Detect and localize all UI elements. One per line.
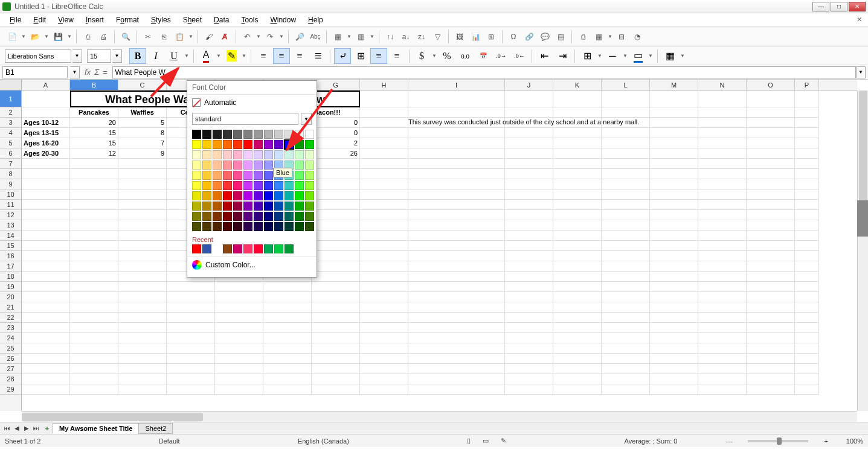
- cell-G11[interactable]: [312, 200, 360, 210]
- cell-A28[interactable]: [22, 374, 70, 384]
- cell-H13[interactable]: [360, 220, 408, 231]
- cell-F23[interactable]: [263, 323, 312, 333]
- status-calc[interactable]: Average: ; Sum: 0: [625, 437, 678, 445]
- cell-L14[interactable]: [602, 231, 650, 241]
- color-swatch[interactable]: [264, 181, 273, 190]
- color-swatch[interactable]: [243, 150, 252, 159]
- cell-M20[interactable]: [650, 292, 698, 302]
- cell-G19[interactable]: [312, 282, 360, 292]
- cell-P15[interactable]: [795, 241, 819, 251]
- cell-F25[interactable]: [263, 343, 312, 354]
- cell-H1[interactable]: [360, 91, 408, 107]
- color-swatch[interactable]: [202, 222, 211, 231]
- row-button[interactable]: ▦: [330, 30, 345, 44]
- row-header-28[interactable]: 28: [0, 374, 21, 384]
- cell-A29[interactable]: [22, 384, 70, 395]
- color-swatch[interactable]: [233, 150, 242, 159]
- color-swatch[interactable]: [223, 140, 232, 149]
- cell-M24[interactable]: [650, 333, 698, 343]
- remove-decimal-button[interactable]: .0←: [511, 48, 528, 64]
- cell-O1[interactable]: [747, 91, 795, 107]
- cell-C7[interactable]: [118, 159, 167, 169]
- cell-M11[interactable]: [650, 200, 698, 210]
- cell-L20[interactable]: [602, 292, 650, 302]
- border-color-button[interactable]: ▭: [629, 48, 646, 64]
- color-swatch[interactable]: [285, 150, 294, 159]
- cell-J8[interactable]: [505, 169, 553, 179]
- cell-C3[interactable]: 5: [118, 118, 167, 128]
- color-swatch[interactable]: [223, 171, 232, 180]
- cell-N5[interactable]: [698, 138, 747, 148]
- cell-K15[interactable]: [553, 241, 602, 251]
- color-swatch[interactable]: [295, 171, 304, 180]
- cell-A19[interactable]: [22, 282, 70, 292]
- cell-P5[interactable]: [795, 138, 819, 148]
- cell-C10[interactable]: [118, 189, 167, 200]
- currency-dropdown[interactable]: ▼: [431, 53, 437, 59]
- cell-K24[interactable]: [553, 333, 602, 343]
- zoom-slider[interactable]: [748, 440, 808, 442]
- color-swatch[interactable]: [233, 171, 242, 180]
- borders-button[interactable]: ⊞: [579, 48, 596, 64]
- cell-J25[interactable]: [505, 343, 553, 354]
- cell-D23[interactable]: [167, 323, 215, 333]
- cell-H2[interactable]: [360, 107, 408, 118]
- cell-K19[interactable]: [553, 282, 602, 292]
- cell-P21[interactable]: [795, 302, 819, 313]
- valign-bottom-button[interactable]: ≡: [388, 48, 405, 64]
- row-header-2[interactable]: 2: [0, 107, 21, 118]
- cell-L23[interactable]: [602, 323, 650, 333]
- row-header-9[interactable]: 9: [0, 179, 21, 189]
- cell-H7[interactable]: [360, 159, 408, 169]
- color-swatch[interactable]: [223, 130, 232, 139]
- cell-O5[interactable]: [747, 138, 795, 148]
- cell-H25[interactable]: [360, 343, 408, 354]
- open-button[interactable]: 📂: [28, 30, 42, 44]
- cell-O17[interactable]: [747, 261, 795, 272]
- cell-B20[interactable]: [70, 292, 118, 302]
- cell-F29[interactable]: [263, 384, 312, 395]
- cell-D27[interactable]: [167, 364, 215, 374]
- cell-H24[interactable]: [360, 333, 408, 343]
- cell-O8[interactable]: [747, 169, 795, 179]
- menu-window[interactable]: Window: [265, 14, 301, 25]
- cell-G9[interactable]: [312, 179, 360, 189]
- cell-O18[interactable]: [747, 272, 795, 282]
- cell-H16[interactable]: [360, 251, 408, 261]
- cell-N14[interactable]: [698, 231, 747, 241]
- color-swatch[interactable]: [213, 212, 222, 221]
- cell-H29[interactable]: [360, 384, 408, 395]
- conditional-format-button[interactable]: ▦: [661, 48, 678, 64]
- color-swatch[interactable]: [254, 202, 263, 211]
- recent-swatch[interactable]: [254, 244, 263, 253]
- cell-P16[interactable]: [795, 251, 819, 261]
- color-swatch[interactable]: [264, 212, 273, 221]
- cell-I24[interactable]: [408, 333, 505, 343]
- cell-K23[interactable]: [553, 323, 602, 333]
- cell-A23[interactable]: [22, 323, 70, 333]
- cell-K11[interactable]: [553, 200, 602, 210]
- cell-H17[interactable]: [360, 261, 408, 272]
- cell-C23[interactable]: [118, 323, 167, 333]
- cell-J9[interactable]: [505, 179, 553, 189]
- cell-I12[interactable]: [408, 210, 505, 220]
- cell-J26[interactable]: [505, 354, 553, 364]
- cell-L22[interactable]: [602, 313, 650, 323]
- cell-M18[interactable]: [650, 272, 698, 282]
- font-size-dropdown[interactable]: ▼: [112, 49, 122, 63]
- decrease-indent-button[interactable]: ⇤: [536, 48, 553, 64]
- cell-N15[interactable]: [698, 241, 747, 251]
- cell-K9[interactable]: [553, 179, 602, 189]
- cell-B18[interactable]: [70, 272, 118, 282]
- cell-H18[interactable]: [360, 272, 408, 282]
- increase-indent-button[interactable]: ⇥: [554, 48, 571, 64]
- vertical-scrollbar[interactable]: [857, 91, 868, 411]
- cell-H9[interactable]: [360, 179, 408, 189]
- cell-F28[interactable]: [263, 374, 312, 384]
- cell-I10[interactable]: [408, 189, 505, 200]
- cell-N16[interactable]: [698, 251, 747, 261]
- sort-desc-button[interactable]: a↓: [399, 30, 413, 44]
- cell-K17[interactable]: [553, 261, 602, 272]
- cell-M28[interactable]: [650, 374, 698, 384]
- color-swatch[interactable]: [274, 140, 283, 149]
